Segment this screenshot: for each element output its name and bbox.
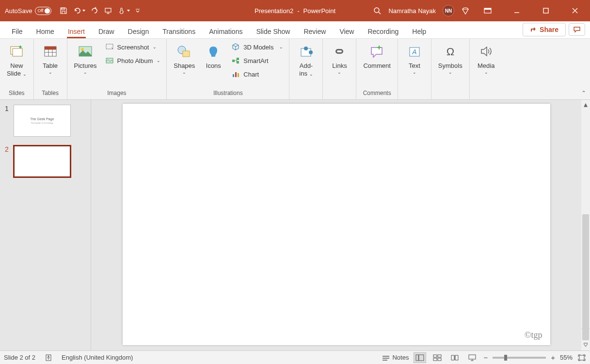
table-button[interactable]: Table⌄ bbox=[38, 41, 63, 77]
share-button[interactable]: Share bbox=[523, 23, 566, 36]
tab-view[interactable]: View bbox=[333, 24, 361, 38]
slide-sorter-view-button[interactable] bbox=[431, 352, 444, 363]
scroll-thumb[interactable] bbox=[582, 214, 589, 340]
text-button[interactable]: A Text⌄ bbox=[402, 41, 427, 77]
new-slide-button[interactable]: NewSlide ⌄ bbox=[4, 41, 30, 79]
slideshow-view-button[interactable] bbox=[466, 352, 478, 363]
reading-view-button[interactable] bbox=[448, 352, 461, 363]
tab-slideshow[interactable]: Slide Show bbox=[249, 24, 297, 38]
minimize-button[interactable] bbox=[506, 3, 528, 18]
next-slide-button[interactable] bbox=[581, 340, 590, 350]
chevron-down-icon[interactable] bbox=[127, 10, 130, 12]
chart-button[interactable]: Chart bbox=[229, 68, 285, 80]
smartart-button[interactable]: SmartArt bbox=[229, 54, 285, 67]
autosave-toggle[interactable]: AutoSave Off bbox=[5, 7, 51, 15]
tab-transitions[interactable]: Transitions bbox=[156, 24, 202, 38]
slide-canvas-wrap: ©tgp ▴ ▾ bbox=[91, 100, 590, 350]
slide-canvas-scroll[interactable]: ©tgp bbox=[91, 100, 581, 350]
svg-point-28 bbox=[48, 355, 49, 357]
customize-qat-button[interactable] bbox=[135, 8, 141, 14]
tab-home[interactable]: Home bbox=[30, 24, 61, 38]
thumbnail-1[interactable]: 1 The Geek Page Geek guide to technology bbox=[5, 105, 86, 137]
redo-button[interactable] bbox=[90, 6, 99, 15]
svg-rect-20 bbox=[238, 73, 239, 77]
toggle-switch[interactable]: Off bbox=[35, 7, 51, 15]
addins-button[interactable]: Add-ins ⌄ bbox=[293, 41, 319, 79]
zoom-in-button[interactable]: + bbox=[551, 353, 555, 362]
slide-indicator[interactable]: Slide 2 of 2 bbox=[4, 354, 35, 361]
save-button[interactable] bbox=[59, 6, 68, 15]
pictures-icon bbox=[77, 43, 94, 60]
language-indicator[interactable]: English (United Kingdom) bbox=[62, 354, 133, 361]
group-label-images: Images bbox=[107, 89, 126, 98]
new-slide-icon bbox=[8, 43, 25, 60]
thumbnail-preview[interactable] bbox=[14, 145, 71, 177]
tab-draw[interactable]: Draw bbox=[92, 24, 121, 38]
comments-pane-button[interactable] bbox=[569, 23, 585, 36]
photo-album-icon bbox=[105, 56, 114, 65]
photo-album-button[interactable]: Photo Album ⌄ bbox=[103, 54, 163, 67]
group-label-comments: Comments bbox=[363, 89, 391, 98]
maximize-button[interactable] bbox=[535, 3, 557, 18]
fit-to-window-button[interactable] bbox=[577, 354, 586, 362]
screenshot-button[interactable]: Screenshot ⌄ bbox=[103, 41, 163, 53]
icons-button[interactable]: Icons bbox=[201, 41, 226, 72]
zoom-out-button[interactable]: − bbox=[483, 353, 488, 362]
ribbon-group-illustrations: Shapes⌄ Icons 3D Models ⌄ SmartArt Ch bbox=[167, 39, 289, 99]
speaker-icon bbox=[478, 43, 495, 60]
slideshow-button[interactable] bbox=[104, 6, 112, 15]
search-button[interactable] bbox=[373, 6, 382, 15]
slide-thumbnails-panel[interactable]: 1 The Geek Page Geek guide to technology… bbox=[0, 100, 91, 350]
svg-rect-3 bbox=[484, 8, 491, 10]
zoom-level[interactable]: 55% bbox=[560, 354, 573, 361]
accessibility-icon[interactable] bbox=[43, 352, 54, 363]
slide-canvas[interactable]: ©tgp bbox=[123, 104, 550, 345]
screenshot-icon bbox=[105, 42, 114, 52]
tab-help[interactable]: Help bbox=[405, 24, 433, 38]
comment-button[interactable]: Comment bbox=[360, 41, 393, 72]
thumbnail-2[interactable]: 2 bbox=[5, 145, 86, 177]
ribbon-group-text: A Text⌄ bbox=[398, 39, 431, 99]
title-bar: AutoSave Off bbox=[0, 0, 590, 21]
omega-icon: Ω bbox=[442, 43, 459, 60]
diamond-icon[interactable] bbox=[461, 6, 470, 15]
tab-design[interactable]: Design bbox=[121, 24, 156, 38]
user-name[interactable]: Namratha Nayak bbox=[388, 7, 436, 15]
presentation-icon bbox=[104, 6, 112, 15]
vertical-scrollbar[interactable]: ▴ ▾ bbox=[581, 100, 590, 350]
tab-insert[interactable]: Insert bbox=[61, 24, 92, 38]
chevron-down-icon[interactable] bbox=[82, 10, 85, 12]
ribbon-display-button[interactable] bbox=[477, 3, 499, 18]
media-button[interactable]: Media⌄ bbox=[474, 41, 499, 77]
tab-animations[interactable]: Animations bbox=[202, 24, 249, 38]
thumbnail-preview[interactable]: The Geek Page Geek guide to technology bbox=[14, 105, 71, 137]
save-icon bbox=[59, 6, 68, 15]
comment-icon bbox=[368, 43, 386, 60]
smartart-icon bbox=[231, 56, 240, 65]
scroll-track[interactable] bbox=[581, 109, 590, 320]
link-icon bbox=[331, 43, 348, 60]
scroll-up-button[interactable]: ▴ bbox=[581, 100, 590, 109]
user-avatar[interactable]: NN bbox=[443, 5, 454, 16]
symbols-button[interactable]: Ω Symbols⌄ bbox=[435, 41, 465, 77]
pictures-button[interactable]: Pictures⌄ bbox=[71, 41, 100, 77]
zoom-slider[interactable] bbox=[493, 357, 546, 359]
tab-recording[interactable]: Recording bbox=[361, 24, 405, 38]
3d-models-button[interactable]: 3D Models ⌄ bbox=[229, 41, 285, 53]
svg-rect-29 bbox=[416, 355, 418, 361]
zoom-slider-thumb[interactable] bbox=[504, 355, 507, 361]
links-button[interactable]: Links⌄ bbox=[327, 41, 352, 77]
tab-review[interactable]: Review bbox=[297, 24, 333, 38]
svg-rect-17 bbox=[237, 61, 239, 63]
touch-mode-button[interactable] bbox=[117, 6, 130, 15]
svg-rect-33 bbox=[433, 358, 437, 361]
shapes-button[interactable]: Shapes⌄ bbox=[171, 41, 198, 77]
notes-button[interactable]: Notes bbox=[382, 354, 409, 361]
svg-rect-31 bbox=[433, 355, 437, 357]
normal-view-button[interactable] bbox=[414, 352, 426, 363]
svg-rect-34 bbox=[438, 358, 441, 361]
collapse-ribbon-button[interactable]: ⌃ bbox=[581, 90, 586, 96]
undo-button[interactable] bbox=[73, 6, 85, 15]
close-button[interactable] bbox=[564, 3, 586, 18]
tab-file[interactable]: File bbox=[5, 24, 30, 38]
